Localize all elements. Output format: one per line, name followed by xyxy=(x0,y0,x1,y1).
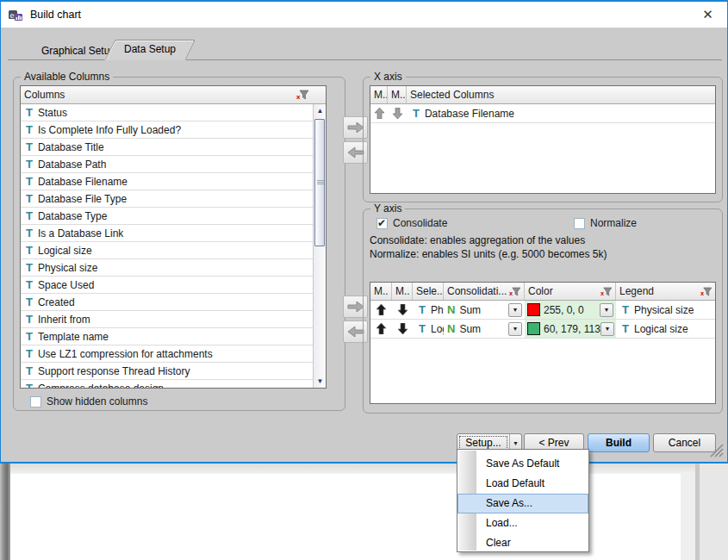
text-type-icon: T xyxy=(419,322,426,335)
cancel-button[interactable]: Cancel xyxy=(653,433,716,452)
list-item[interactable]: TPhysical size xyxy=(21,259,326,277)
available-columns-header[interactable]: Columns x xyxy=(21,86,326,104)
x-axis-row[interactable]: T Database Filename xyxy=(370,104,715,123)
app-chart-icon: e xyxy=(9,9,23,22)
list-item[interactable]: TIs Complete Info Fully Loaded? xyxy=(21,121,326,139)
list-item[interactable]: TDatabase Filename xyxy=(21,173,326,190)
menu-item-load-default[interactable]: Load Default xyxy=(457,474,588,494)
title-bar[interactable]: e Build chart xyxy=(1,2,727,28)
svg-text:x: x xyxy=(600,289,605,296)
menu-item-save-as[interactable]: Save As... xyxy=(457,494,588,513)
svg-text:e: e xyxy=(10,10,15,19)
list-item[interactable]: TDatabase Type xyxy=(21,208,326,225)
dropdown-arrow-icon[interactable]: ▼ xyxy=(508,303,522,317)
text-type-icon: T xyxy=(622,303,629,316)
screen: e Build chart ✕ Graphical Setup Data Set… xyxy=(0,0,728,560)
list-item[interactable]: TInherit from xyxy=(21,311,326,328)
dropdown-arrow-icon[interactable]: ▼ xyxy=(508,322,522,336)
move-up-button[interactable] xyxy=(370,104,388,122)
y-axis-row-logical[interactable]: T Log N Sum ▼ 60, 179, 113 ▼ T Logical s… xyxy=(370,320,715,339)
checkbox-checked[interactable] xyxy=(376,218,388,229)
svg-text:x: x xyxy=(509,289,513,296)
consolidation-combo[interactable]: N Sum ▼ xyxy=(444,301,525,319)
legend-cell[interactable]: T Logical size xyxy=(616,320,715,338)
checkbox-unchecked[interactable] xyxy=(30,396,41,408)
text-type-icon: T xyxy=(26,296,33,308)
tab-data-setup[interactable]: Data Setup xyxy=(105,40,186,59)
list-item[interactable]: TIs a Database Link xyxy=(21,225,326,242)
move-down-button[interactable] xyxy=(388,104,407,122)
scroll-down-icon[interactable]: ▼ xyxy=(314,375,327,388)
menu-item-save-as-default[interactable]: Save As Default xyxy=(457,454,588,474)
y-axis-table[interactable]: M.. M.. Sele... Consolidati... x Color x… xyxy=(370,282,716,404)
x-axis-selected-column[interactable]: T Database Filename xyxy=(407,104,715,122)
text-type-icon: T xyxy=(26,209,33,222)
show-hidden-columns-checkbox[interactable]: Show hidden columns xyxy=(30,395,147,408)
right-arrow-icon xyxy=(347,301,364,313)
text-type-icon: T xyxy=(26,175,33,188)
move-down-button[interactable] xyxy=(392,320,413,338)
window-title: Build chart xyxy=(30,9,81,21)
dropdown-arrow-icon[interactable]: ▼ xyxy=(600,322,614,336)
list-item[interactable]: TStatus xyxy=(21,104,326,121)
list-item[interactable]: TTemplate name xyxy=(21,328,326,345)
text-type-icon: T xyxy=(26,192,33,205)
list-item[interactable]: TDatabase File Type xyxy=(21,190,326,208)
number-type-icon: N xyxy=(447,303,455,316)
list-item[interactable]: TCreated xyxy=(21,294,326,311)
clear-filter-icon[interactable]: x xyxy=(700,287,712,296)
text-type-icon: T xyxy=(26,261,33,274)
dropdown-arrow-icon[interactable]: ▼ xyxy=(600,303,613,317)
color-combo[interactable]: 255, 0, 0 ▼ xyxy=(525,301,616,319)
list-item[interactable]: TUse LZ1 compression for attachments xyxy=(21,345,326,363)
move-up-button[interactable] xyxy=(370,301,392,319)
clear-filter-icon[interactable]: x xyxy=(600,287,612,296)
svg-text:x: x xyxy=(296,93,301,100)
menu-item-load[interactable]: Load... xyxy=(457,513,588,533)
available-columns-list[interactable]: Columns x TStatus TIs Complete Info Full… xyxy=(20,85,327,389)
menu-item-clear[interactable]: Clear xyxy=(457,533,588,553)
tab-strip: Graphical Setup Data Setup xyxy=(8,40,722,60)
move-down-button[interactable] xyxy=(392,301,413,319)
list-item[interactable]: TSupport response Thread History xyxy=(21,363,326,380)
right-arrow-icon xyxy=(347,121,364,134)
scrollbar-thumb[interactable] xyxy=(314,119,325,246)
vertical-scrollbar[interactable]: ▲ ▼ xyxy=(313,104,326,388)
normalize-checkbox[interactable]: Normalize xyxy=(574,217,637,229)
build-chart-dialog: e Build chart ✕ Graphical Setup Data Set… xyxy=(0,0,728,464)
number-type-icon: N xyxy=(447,322,455,335)
background-scrollbar-track[interactable] xyxy=(681,474,695,560)
close-button[interactable]: ✕ xyxy=(688,2,727,28)
text-type-icon: T xyxy=(419,303,426,316)
build-button[interactable]: Build xyxy=(588,433,650,452)
background-right-pane xyxy=(700,463,728,560)
list-item[interactable]: TLogical size xyxy=(21,242,326,259)
clear-filter-icon[interactable]: x xyxy=(296,90,308,100)
text-type-icon: T xyxy=(26,140,33,153)
available-columns-label: Available Columns xyxy=(21,71,113,83)
text-type-icon: T xyxy=(622,322,629,335)
text-type-icon: T xyxy=(26,106,33,119)
y-axis-row-physical[interactable]: T Phy N Sum ▼ 255, 0, 0 ▼ T Physical siz… xyxy=(370,301,715,320)
selected-column-cell[interactable]: T Phy xyxy=(413,301,444,319)
list-item[interactable]: TCompress database design xyxy=(21,380,326,389)
scroll-up-icon[interactable]: ▲ xyxy=(314,104,327,117)
y-axis-table-header[interactable]: M.. M.. Sele... Consolidati... x Color x… xyxy=(370,283,715,301)
list-item[interactable]: TDatabase Path xyxy=(21,156,326,173)
consolidation-combo[interactable]: N Sum ▼ xyxy=(444,320,525,338)
checkbox-unchecked[interactable] xyxy=(574,218,585,229)
move-up-button[interactable] xyxy=(370,320,392,338)
text-type-icon: T xyxy=(26,330,33,343)
color-combo[interactable]: 60, 179, 113 ▼ xyxy=(525,320,616,338)
color-swatch xyxy=(527,322,540,335)
list-item[interactable]: TSpace Used xyxy=(21,277,326,294)
list-item[interactable]: TDatabase Title xyxy=(21,139,326,156)
text-type-icon: T xyxy=(26,347,33,360)
selected-column-cell[interactable]: T Log xyxy=(413,320,444,338)
legend-cell[interactable]: T Physical size xyxy=(616,301,715,319)
resize-grip[interactable] xyxy=(710,444,724,457)
x-axis-table[interactable]: M.. M.. Selected Columns T Database File… xyxy=(370,85,716,194)
consolidate-checkbox[interactable]: Consolidate xyxy=(376,217,447,229)
x-axis-table-header[interactable]: M.. M.. Selected Columns xyxy=(370,86,715,104)
clear-filter-icon[interactable]: x xyxy=(509,287,520,296)
